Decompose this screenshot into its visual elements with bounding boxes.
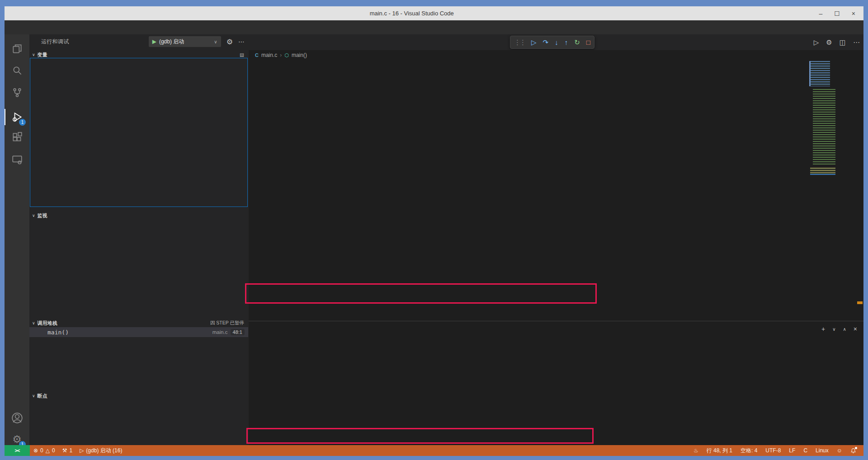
c-file-icon: C — [255, 52, 259, 58]
breadcrumb-file[interactable]: main.c — [261, 52, 277, 58]
new-terminal-icon[interactable]: + — [821, 325, 825, 333]
flame-icon[interactable]: ♨ — [693, 447, 698, 454]
minimap[interactable] — [809, 61, 837, 178]
step-over-button[interactable]: ↷ — [543, 39, 549, 46]
settings-badge: 1 — [19, 441, 26, 445]
encoding-status[interactable]: UTF-8 — [765, 447, 781, 454]
step-out-button[interactable]: ↑ — [565, 39, 568, 46]
chevron-right-icon: › — [280, 52, 282, 58]
stack-frame-file: main.c — [212, 329, 228, 335]
debug-more-actions-icon[interactable]: ⋯ — [238, 38, 245, 45]
remote-indicator[interactable]: >< — [5, 445, 30, 456]
variables-panel-icon[interactable]: ▤ — [240, 52, 244, 57]
call-stack-section-header[interactable]: ∨调用堆栈 因 STEP 已暂停 — [29, 319, 249, 327]
terminal-dropdown-icon[interactable]: ∨ — [832, 327, 835, 332]
start-debug-icon[interactable]: ▶ — [152, 38, 156, 45]
status-bar: >< ⊗ 0 △ 0 ⚒ 1 ▷ (gdb) 启动 (16) ♨ 行 48, 列… — [5, 445, 863, 456]
title-bar: main.c - 16 - Visual Studio Code – ☐ × — [5, 6, 863, 20]
paused-reason-badge: 因 STEP 已暂停 — [210, 320, 244, 326]
error-icon: ⊗ — [33, 447, 38, 454]
launch-config-label: (gdb) 启动 — [159, 38, 211, 46]
cursor-position[interactable]: 行 48, 列 1 — [707, 447, 732, 455]
menu-bar — [5, 20, 863, 34]
minimize-button[interactable]: – — [819, 10, 822, 17]
run-debug-icon[interactable]: 1 — [5, 106, 29, 128]
eol-status[interactable]: LF — [789, 447, 795, 454]
stack-frame-row[interactable]: main() main.c 48:1 — [29, 327, 248, 337]
workbench: 1 ⚙ 1 运行和调试 ▶ (gdb) 启动 ∨ — [5, 34, 863, 445]
remote-explorer-icon[interactable] — [5, 149, 29, 170]
maximize-panel-icon[interactable]: ∧ — [843, 327, 846, 332]
activity-bar: 1 ⚙ 1 — [5, 34, 29, 445]
more-actions-icon[interactable]: ⋯ — [853, 38, 860, 47]
extensions-icon[interactable] — [5, 127, 29, 148]
warning-icon: △ — [46, 447, 50, 454]
step-into-button[interactable]: ↓ — [555, 39, 558, 46]
annotation-box-terminal — [246, 428, 594, 444]
debug-play-icon: ▷ — [80, 447, 84, 454]
window-title: main.c - 16 - Visual Studio Code — [5, 10, 819, 17]
scrollbar-current-line-marker — [857, 301, 863, 304]
stack-frame-name: main() — [47, 329, 69, 336]
chevron-down-icon: ∨ — [214, 39, 217, 44]
editor-group: ⋮⋮ ▷ ↷ ↓ ↑ ↻ □ ▷ ⚙ ◫ ⋯ C main.c › ⬡ main… — [249, 34, 863, 445]
language-mode[interactable]: C — [803, 447, 807, 454]
launch-config-dropdown[interactable]: ▶ (gdb) 启动 ∨ — [149, 36, 221, 47]
indentation-status[interactable]: 空格: 4 — [741, 447, 757, 455]
settings-gear-icon[interactable]: ⚙ 1 — [5, 428, 29, 445]
maximize-button[interactable]: ☐ — [834, 10, 840, 17]
breadcrumb[interactable]: C main.c › ⬡ main() — [249, 50, 863, 60]
drag-handle-icon[interactable]: ⋮⋮ — [514, 39, 525, 46]
tools-icon: ⚒ — [62, 447, 67, 454]
watch-section-header[interactable]: ∨监视 — [29, 211, 249, 220]
debug-settings-gear-icon[interactable]: ⚙ — [226, 38, 233, 46]
search-icon[interactable] — [5, 60, 29, 81]
tasks-status[interactable]: ⚒ 1 — [59, 445, 76, 456]
debug-session-status[interactable]: ▷ (gdb) 启动 (16) — [76, 445, 126, 456]
variables-tree — [30, 58, 248, 207]
problems-status[interactable]: ⊗ 0 △ 0 — [30, 445, 59, 456]
annotation-box-code — [245, 283, 597, 304]
feedback-icon[interactable]: ☺ — [837, 447, 842, 454]
bottom-panel: + ∨ ∧ × — [249, 321, 863, 445]
notifications-bell-icon[interactable] — [850, 448, 856, 454]
split-editor-icon[interactable]: ◫ — [840, 38, 846, 47]
breakpoints-section-header[interactable]: ∨断点 — [29, 392, 249, 400]
close-button[interactable]: × — [852, 10, 855, 17]
panel-tab-bar — [249, 321, 863, 337]
editor-gear-icon[interactable]: ⚙ — [826, 38, 832, 47]
code-area[interactable] — [249, 60, 863, 321]
close-panel-icon[interactable]: × — [854, 325, 857, 333]
symbol-icon: ⬡ — [284, 52, 289, 58]
stop-button[interactable]: □ — [586, 39, 590, 46]
sidebar-title: 运行和调试 — [41, 38, 69, 46]
continue-button[interactable]: ▷ — [531, 39, 537, 46]
restart-button[interactable]: ↻ — [574, 39, 580, 46]
source-control-icon[interactable] — [5, 82, 29, 103]
os-indicator[interactable]: Linux — [816, 447, 829, 454]
account-icon[interactable] — [5, 407, 29, 429]
window-frame: main.c - 16 - Visual Studio Code – ☐ × 1 — [0, 0, 868, 460]
run-or-debug-icon[interactable]: ▷ — [814, 38, 819, 47]
debug-toolbar: ⋮⋮ ▷ ↷ ↓ ↑ ↻ □ — [510, 36, 594, 49]
stack-frame-position: 48:1 — [231, 329, 245, 335]
debug-badge: 1 — [19, 119, 26, 126]
explorer-icon[interactable] — [5, 38, 29, 60]
breadcrumb-symbol[interactable]: main() — [292, 52, 307, 58]
debug-sidebar: 运行和调试 ▶ (gdb) 启动 ∨ ⚙ ⋯ ∨变量 ▤ ∨监视 ∨调用堆栈 因… — [29, 34, 249, 445]
